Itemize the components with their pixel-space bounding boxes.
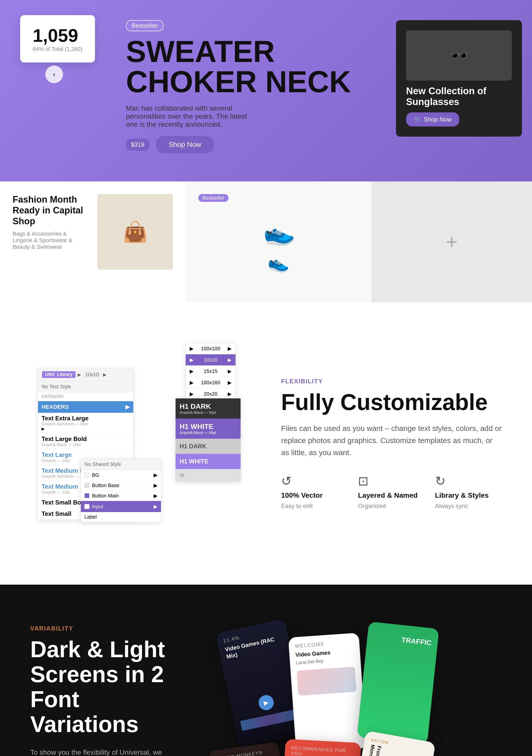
stats-card: 1,059 84% of Total (1,260) <box>20 15 95 63</box>
size-item-10-selected: ▶ 10x10 ▶ <box>186 354 235 365</box>
feature-layered-title: Layered & Named <box>358 491 425 500</box>
text-extra-large-item: Text Extra Large Graphik Semibold — 30pt… <box>38 413 133 433</box>
headers-item: HEADERS ▶ <box>38 401 133 413</box>
variability-phones: 11.4% Video Games (RAC Mix) ▶ Welcome Vi… <box>206 625 502 756</box>
vector-icon: ↺ <box>281 474 348 488</box>
flexibility-label: FLEXIBILITY <box>281 378 502 385</box>
shared-input-selected: Input ▶ <box>81 501 161 512</box>
hero-title: SWEATER CHOKER NECK <box>126 36 351 97</box>
size-panel: ▶ 100x100 ▶ ▶ 10x10 ▶ ▶ 15x15 ▶ ▶ 160x16… <box>185 343 236 400</box>
hero-price: $319 <box>126 139 149 151</box>
variability-description: To show you the flexibility of Universal… <box>30 747 181 756</box>
sunglasses-shop-button[interactable]: 🛒 Shop Now <box>406 112 459 126</box>
hero-description: Mac has collaborated with several person… <box>126 104 252 128</box>
sunglasses-card: 🕶️ New Collection of Sunglasses 🛒 Shop N… <box>396 20 522 137</box>
shoe-card: Bestseller 👟 👟 <box>186 181 371 302</box>
ui-mockup-container: ▶ 100x100 ▶ ▶ 10x10 ▶ ▶ 15x15 ▶ ▶ 160x16… <box>30 343 251 544</box>
feature-library: ↻ Library & Styles Always sync <box>435 474 502 510</box>
feature-layered-sub: Organized <box>358 502 425 510</box>
hero-content: Bestseller SWEATER CHOKER NECK Mac has c… <box>126 20 351 153</box>
flexibility-ui-mockup: ▶ 100x100 ▶ ▶ 10x10 ▶ ▶ 15x15 ▶ ▶ 160x16… <box>30 343 251 544</box>
phone-card-3: TRAFFIC <box>357 622 439 744</box>
feature-layered: ⊡ Layered & Named Organized <box>358 474 425 510</box>
library-badge: UNV_Library <box>42 371 76 378</box>
fashion-card-title: Fashion Month Ready in Capital Shop <box>13 194 88 227</box>
feature-library-sub: Always sync <box>435 502 502 510</box>
phone4-label: Arctic Monkeys <box>215 748 273 756</box>
variability-section: VARIABILITY Dark & Light Screens in 2 Fo… <box>0 585 532 756</box>
feature-vector: ↺ 100% Vector Easy to edit <box>281 474 348 510</box>
flexibility-section: ▶ 100x100 ▶ ▶ 10x10 ▶ ▶ 15x15 ▶ ▶ 160x16… <box>0 302 532 585</box>
h1-dark-style: H1 DARK Graphik Black — 55pt <box>175 398 241 418</box>
product-row: Fashion Month Ready in Capital Shop Bags… <box>0 181 532 302</box>
bestseller-badge-small: Bestseller <box>198 194 228 202</box>
stats-subtitle: 84% of Total (1,260) <box>33 46 82 52</box>
header-styles-panel: H1 DARK Graphik Black — 55pt H1 WHITE Gr… <box>175 398 241 482</box>
phone3-title: TRAFFIC <box>373 633 432 647</box>
nav-arrow-left[interactable]: ‹ <box>45 66 63 83</box>
h1-rk-style: rk <box>175 469 241 482</box>
sunglasses-title: New Collection of Sunglasses <box>406 86 512 107</box>
feature-vector-sub: Easy to edit <box>281 502 348 510</box>
text-large-bold-item: Text Large Bold Graphik Black — 18pt <box>38 433 133 449</box>
bestseller-badge: Bestseller <box>126 20 164 31</box>
shared-bg-item: BG ▶ <box>81 470 161 480</box>
fashion-card: Fashion Month Ready in Capital Shop Bags… <box>0 181 186 302</box>
library-icon: ↻ <box>435 474 502 488</box>
size-item-100: ▶ 100x100 ▶ <box>186 343 235 354</box>
product-placeholder-card: + <box>372 181 532 302</box>
variability-content: VARIABILITY Dark & Light Screens in 2 Fo… <box>30 625 181 756</box>
phone2-label: Welcome <box>295 639 354 649</box>
no-shared-style: No Shared Style <box>81 459 161 470</box>
category-item: CATEGORY <box>38 392 133 401</box>
variability-label: VARIABILITY <box>30 625 181 632</box>
h1-dark2-style: H1 DARK <box>175 439 241 454</box>
no-text-style: No Text Style <box>38 381 133 392</box>
flexibility-description: Files can be used as you want – change t… <box>281 422 502 459</box>
size-item-15: ▶ 15x15 ▶ <box>186 365 235 377</box>
phone-card-2: Welcome Video Games Lana Del Rey <box>288 633 366 753</box>
hero-section: 1,059 84% of Total (1,260) ‹ Bestseller … <box>0 0 532 302</box>
play-button-1[interactable]: ▶ <box>257 694 275 712</box>
shared-styles-panel: No Shared Style BG ▶ Button Base ▶ Butto… <box>81 459 161 523</box>
fashion-card-categories: Bags & Accessories & Lingerie & Sportswe… <box>13 230 88 250</box>
shared-label-item: Label <box>81 512 161 522</box>
shared-button-main-item: Button Main ▶ <box>81 491 161 501</box>
features-grid: ↺ 100% Vector Easy to edit ⊡ Layered & N… <box>281 474 502 510</box>
phone5-label: Recommended For You <box>291 745 355 756</box>
layered-icon: ⊡ <box>358 474 425 488</box>
flexibility-content: FLEXIBILITY Fully Customizable Files can… <box>281 378 502 510</box>
variability-title: Dark & Light Screens in 2 Font Variation… <box>30 637 181 737</box>
feature-vector-title: 100% Vector <box>281 491 348 500</box>
h1-white-style: H1 WHITE Graphik Black — 55pt <box>175 418 241 439</box>
layer-panel-header: UNV_Library ▶ 10x10 ▶ <box>38 368 133 381</box>
size-item-160: ▶ 160x160 ▶ <box>186 377 235 388</box>
h1-white2-style: H1 WHITE <box>175 454 241 469</box>
shared-button-base-item: Button Base ▶ <box>81 480 161 491</box>
stats-number: 1,059 <box>33 25 82 46</box>
shop-now-button[interactable]: Shop Now <box>156 136 214 153</box>
phone2-image <box>297 666 357 696</box>
flexibility-title: Fully Customizable <box>281 390 502 415</box>
feature-library-title: Library & Styles <box>435 491 502 500</box>
add-icon: + <box>446 230 458 254</box>
